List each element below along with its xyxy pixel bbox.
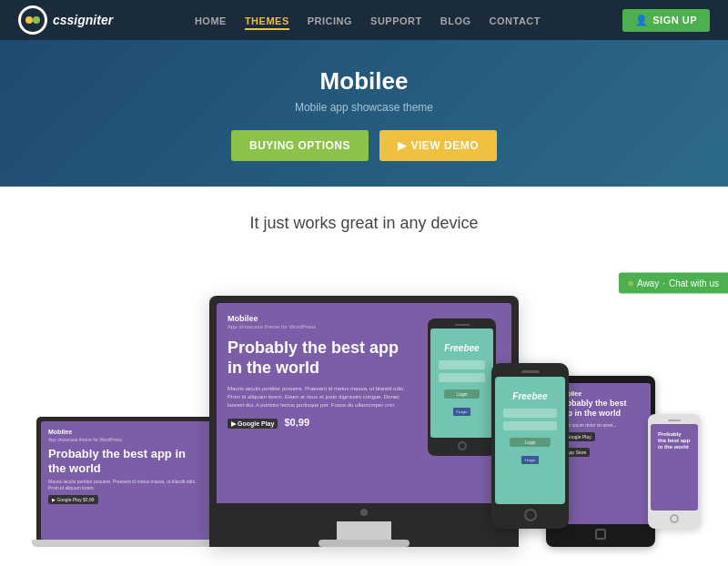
user-icon: 👤 — [635, 15, 649, 26]
nav-support[interactable]: SUPPORT — [370, 12, 422, 28]
view-demo-button[interactable]: ▶ VIEW DEMO — [379, 130, 497, 161]
laptop-google-play: ▶ Google Play $0,99 — [48, 495, 98, 504]
chat-separator: · — [662, 278, 665, 288]
logo-icon — [18, 5, 47, 35]
laptop-device: Mobilee App showcase theme for WordPress… — [36, 417, 218, 547]
nav-home[interactable]: HOME — [195, 12, 227, 28]
monitor-app-title: Mobilee — [228, 314, 414, 323]
device-showcase: Mobilee App showcase theme for WordPress… — [18, 256, 710, 547]
laptop-big-text: Probably the best app in the world — [48, 447, 207, 475]
play-icon: ▶ — [398, 139, 407, 152]
hero-section: Mobilee Mobile app showcase theme BUYING… — [0, 40, 728, 187]
tablet-small-text: Lorem ipsum dolor sit amet... — [558, 422, 643, 429]
laptop-screen: Mobilee App showcase theme for WordPress… — [41, 421, 214, 540]
phone-small-device: Probably the best app in the world — [648, 414, 701, 529]
phone-app-name: Freebee — [444, 343, 479, 353]
hero-subtitle: Mobile app showcase theme — [18, 101, 710, 114]
laptop-app-sub: App showcase theme for WordPress — [48, 437, 207, 442]
buying-options-button[interactable]: BUYING OPTIONS — [231, 130, 369, 161]
phone-small-screen: Probably the best app in the world — [651, 424, 698, 510]
nav-blog[interactable]: BLOG — [440, 12, 471, 28]
phone-large-login: Login — [510, 438, 551, 447]
monitor-big-text: Probably the best app in the world — [228, 339, 414, 378]
nav-links: HOME THEMES PRICING SUPPORT BLOG CONTACT — [195, 12, 541, 28]
navbar: cssigniter HOME THEMES PRICING SUPPORT B… — [0, 0, 728, 40]
phone-large-app-name: Freebee — [512, 391, 547, 401]
chat-widget[interactable]: Away · Chat with us — [619, 273, 728, 294]
section-heading: It just works great in any device — [18, 214, 710, 233]
main-content: It just works great in any device Mobile… — [0, 187, 728, 566]
monitor-phone: Freebee Login f Login — [428, 318, 496, 456]
monitor-small-text: Mauris iaculis porttitor posuere. Praese… — [228, 385, 414, 409]
laptop-small-text: Mauris iaculis porttitor posuere. Praese… — [48, 479, 207, 491]
laptop-app-title: Mobilee — [48, 429, 207, 435]
nav-contact[interactable]: CONTACT — [490, 12, 541, 28]
signup-button[interactable]: 👤 SIGN UP — [622, 9, 710, 32]
monitor-phone-screen: Freebee Login f Login — [430, 328, 493, 438]
tablet-big-text: Probably the best app in the world — [558, 399, 643, 419]
nav-pricing[interactable]: PRICING — [308, 12, 352, 28]
phone-large-device: Freebee Login f Login — [491, 363, 569, 529]
phone-login-btn: Login — [444, 389, 480, 399]
tablet-app-title: Mobilee — [558, 390, 643, 397]
chat-status: Away — [637, 278, 659, 288]
monitor-app-sub: App showcase theme for WordPress — [228, 324, 414, 329]
chat-label: Chat with us — [669, 278, 719, 288]
svg-point-2 — [33, 16, 40, 24]
monitor-screen: Mobilee App showcase theme for WordPress… — [217, 303, 511, 503]
phone-large-screen: Freebee Login f Login — [495, 377, 565, 504]
phone-small-big-text: Probably the best app in the world — [658, 431, 691, 451]
svg-point-1 — [25, 16, 33, 24]
hero-buttons: BUYING OPTIONS ▶ VIEW DEMO — [18, 130, 710, 161]
monitor-device: Mobilee App showcase theme for WordPress… — [209, 296, 519, 547]
brand-name: cssigniter — [53, 13, 113, 27]
hero-title: Mobilee — [18, 67, 710, 96]
chat-status-dot — [628, 280, 633, 286]
nav-themes[interactable]: THEMES — [245, 12, 289, 28]
monitor-price: ▶ Google Play $0,99 — [228, 417, 414, 428]
brand[interactable]: cssigniter — [18, 5, 113, 35]
